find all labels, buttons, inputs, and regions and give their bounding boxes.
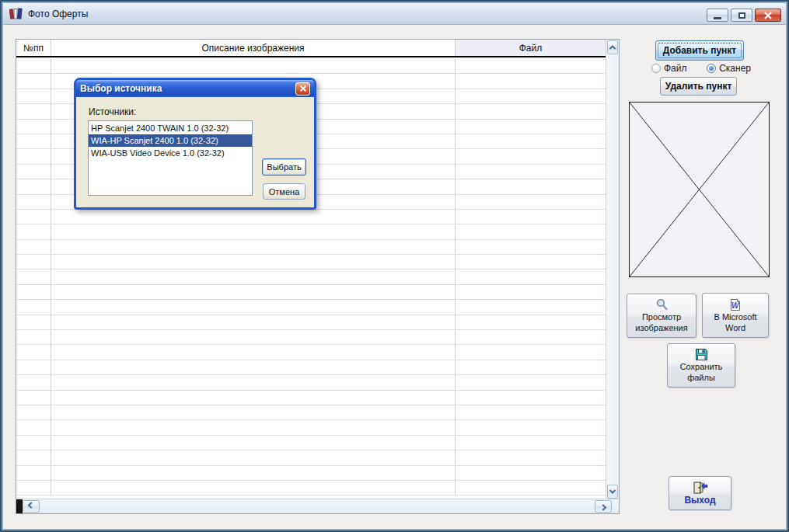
table-row[interactable]	[16, 210, 606, 224]
table-row[interactable]	[16, 481, 606, 495]
add-item-button[interactable]: Добавить пункт	[655, 40, 744, 61]
save-files-label-1: Сохранить	[680, 362, 723, 372]
radio-scanner[interactable]: Сканер	[707, 63, 751, 74]
save-files-label-2: файлы	[687, 373, 715, 383]
svg-text:W: W	[731, 301, 740, 310]
source-list-item[interactable]: WIA-HP Scanjet 2400 1.0 (32-32)	[89, 134, 252, 147]
vertical-scrollbar[interactable]	[606, 40, 619, 499]
window-title: Фото Оферты	[28, 9, 88, 19]
minimize-button[interactable]	[707, 9, 728, 22]
column-header-description: Описание изображения	[51, 40, 456, 56]
to-word-label-2: Word	[725, 323, 745, 333]
exit-label: Выход	[684, 495, 715, 506]
table-row[interactable]	[16, 391, 606, 405]
placeholder-cross-icon	[630, 103, 769, 276]
radio-file[interactable]: Файл	[651, 63, 687, 74]
delete-item-button[interactable]: Удалить пункт	[660, 77, 737, 96]
dialog-title: Выбор источника	[80, 83, 162, 94]
radio-group: ФайлСканер	[651, 63, 751, 74]
select-button[interactable]: Выбрать	[262, 158, 306, 176]
table-row[interactable]	[16, 224, 606, 239]
magnifier-icon	[655, 298, 669, 311]
minimize-icon	[714, 17, 721, 19]
source-list-item[interactable]: HP Scanjet 2400 TWAIN 1.0 (32-32)	[89, 122, 252, 134]
source-list-item[interactable]: WIA-USB Video Device 1.0 (32-32)	[89, 147, 252, 159]
scroll-right-button[interactable]	[595, 500, 612, 513]
table-row[interactable]	[16, 420, 606, 435]
view-image-label-1: Просмотр	[642, 312, 681, 322]
scrollbar-corner-box	[16, 499, 23, 513]
exit-door-icon	[693, 482, 708, 494]
table-row[interactable]	[16, 345, 606, 360]
radio-icon	[707, 64, 716, 73]
column-header-file: Файл	[456, 40, 606, 56]
table-row[interactable]	[16, 240, 606, 255]
table-row[interactable]	[16, 330, 606, 345]
select-button-label: Выбрать	[267, 162, 301, 172]
table-row[interactable]	[16, 436, 606, 450]
radio-label: Файл	[664, 63, 687, 74]
to-word-button[interactable]: W В Microsoft Word	[702, 293, 769, 338]
cancel-button-label: Отмена	[269, 187, 299, 196]
source-dialog: Выбор источника Источники: HP Scanjet 24…	[74, 78, 316, 210]
view-image-label-2: изображения	[635, 323, 687, 333]
word-icon: W	[729, 298, 742, 311]
dialog-titlebar[interactable]: Выбор источника	[76, 80, 314, 97]
scroll-left-button[interactable]	[23, 500, 40, 513]
scroll-down-button[interactable]	[607, 485, 618, 499]
close-button[interactable]	[755, 9, 781, 22]
table-row[interactable]	[16, 269, 606, 284]
table-row[interactable]	[16, 315, 606, 330]
books-icon	[9, 8, 23, 19]
to-word-label-1: В Microsoft	[714, 312, 756, 322]
table-row[interactable]	[16, 466, 606, 481]
dialog-close-button[interactable]	[295, 82, 310, 96]
table-row[interactable]	[16, 375, 606, 390]
radio-label: Сканер	[719, 63, 751, 74]
table-row[interactable]	[16, 405, 606, 420]
window-titlebar[interactable]: Фото Оферты	[3, 3, 786, 25]
grid-header: №пп Описание изображения Файл	[16, 40, 606, 57]
horizontal-scrollbar[interactable]	[16, 499, 619, 513]
table-row[interactable]	[16, 255, 606, 269]
chevron-left-icon	[28, 502, 34, 508]
scroll-up-button[interactable]	[607, 40, 618, 54]
chevron-up-icon	[609, 45, 616, 51]
chevron-right-icon	[600, 504, 606, 510]
column-header-npp: №пп	[16, 40, 51, 56]
cancel-button[interactable]: Отмена	[263, 183, 305, 200]
table-row[interactable]	[16, 360, 606, 375]
exit-button[interactable]: Выход	[669, 476, 731, 510]
table-row[interactable]	[16, 285, 606, 300]
table-row[interactable]	[16, 59, 606, 74]
radio-icon	[651, 64, 661, 73]
app-window: Фото Оферты №пп Описание изображения Фай…	[0, 0, 789, 532]
source-list[interactable]: HP Scanjet 2400 TWAIN 1.0 (32-32)WIA-HP …	[88, 120, 253, 196]
sources-label: Источники:	[89, 106, 136, 117]
table-row[interactable]	[16, 300, 606, 315]
table-row[interactable]	[16, 450, 606, 465]
add-item-label: Добавить пункт	[663, 45, 737, 56]
save-files-button[interactable]: Сохранить файлы	[667, 343, 735, 388]
chevron-down-icon	[609, 487, 616, 493]
image-placeholder	[629, 102, 770, 277]
floppy-icon	[695, 348, 708, 361]
maximize-button[interactable]	[731, 9, 752, 22]
delete-item-label: Удалить пункт	[665, 81, 732, 92]
maximize-icon	[738, 12, 745, 19]
view-image-button[interactable]: Просмотр изображения	[627, 294, 696, 338]
